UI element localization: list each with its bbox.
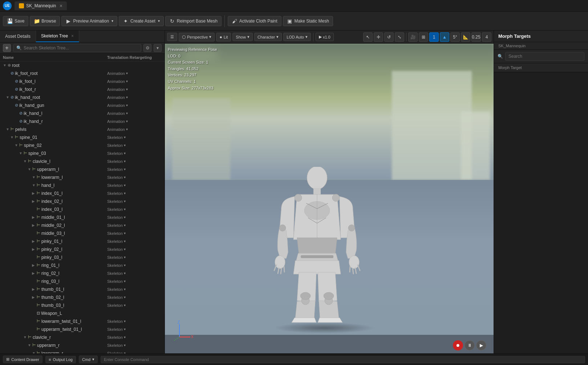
retarget-cell[interactable]: Skeleton ▾ bbox=[107, 295, 162, 300]
add-bone-button[interactable]: + bbox=[3, 44, 11, 52]
retarget-cell[interactable]: Animation ▾ bbox=[107, 119, 162, 124]
retarget-dropdown-icon[interactable]: ▾ bbox=[126, 87, 128, 91]
retarget-dropdown-icon[interactable]: ▾ bbox=[124, 279, 126, 283]
render-mode-button[interactable]: 4 bbox=[482, 32, 491, 42]
pause-button[interactable]: ⏸ bbox=[465, 340, 475, 350]
tree-item[interactable]: ▶⊢ring_02_lSkeleton ▾ bbox=[0, 269, 165, 277]
content-drawer-button[interactable]: ⊞ Content Drawer bbox=[3, 356, 42, 363]
retarget-cell[interactable]: Animation ▾ bbox=[107, 103, 162, 108]
retarget-dropdown-icon[interactable]: ▾ bbox=[124, 271, 126, 275]
tree-item[interactable]: ▼⊢upperarm_lSkeleton ▾ bbox=[0, 165, 165, 173]
grid-button[interactable]: ⊞ bbox=[419, 32, 428, 42]
retarget-cell[interactable]: Skeleton ▾ bbox=[107, 151, 162, 156]
snap-value-button[interactable]: 5° bbox=[450, 32, 460, 42]
file-tab[interactable]: SK_Mannequin × bbox=[15, 1, 67, 10]
skeleton-tree[interactable]: ▼⊕root⊘ik_foot_rootAnimation ▾⊘ik_foot_l… bbox=[0, 61, 165, 353]
activate-cloth-paint-button[interactable]: 🖌 Activate Cloth Paint bbox=[228, 16, 281, 26]
retarget-cell[interactable]: Skeleton ▾ bbox=[107, 199, 162, 204]
retarget-dropdown-icon[interactable]: ▾ bbox=[124, 183, 126, 187]
retarget-cell[interactable]: Skeleton ▾ bbox=[107, 215, 162, 220]
retarget-dropdown-icon[interactable]: ▾ bbox=[124, 167, 126, 171]
tree-item[interactable]: ⊢upperarm_twist_01_lSkeleton ▾ bbox=[0, 325, 165, 333]
retarget-cell[interactable]: Skeleton ▾ bbox=[107, 143, 162, 148]
perspective-button[interactable]: ⬡ Perspective ▾ bbox=[179, 33, 215, 41]
retarget-dropdown-icon[interactable]: ▾ bbox=[126, 79, 128, 83]
snap-button[interactable]: ▲ bbox=[440, 32, 449, 42]
retarget-dropdown-icon[interactable]: ▾ bbox=[124, 199, 126, 203]
tree-item[interactable]: ▼⊢clavicle_lSkeleton ▾ bbox=[0, 157, 165, 165]
tree-item[interactable]: ▼⊢pelvisAnimation ▾ bbox=[0, 125, 165, 133]
tree-item[interactable]: ▶⊢ring_01_lSkeleton ▾ bbox=[0, 261, 165, 269]
camera-speed-button[interactable]: 🎥 bbox=[408, 32, 418, 42]
tree-item[interactable]: ▼⊢clavicle_rSkeleton ▾ bbox=[0, 333, 165, 341]
retarget-cell[interactable]: Animation ▾ bbox=[107, 71, 162, 76]
retarget-dropdown-icon[interactable]: ▾ bbox=[124, 295, 126, 299]
retarget-cell[interactable]: Skeleton ▾ bbox=[107, 303, 162, 308]
retarget-dropdown-icon[interactable]: ▾ bbox=[124, 231, 126, 235]
retarget-cell[interactable]: Animation ▾ bbox=[107, 127, 162, 132]
tree-item[interactable]: ▼⊘ik_hand_rootAnimation ▾ bbox=[0, 93, 165, 101]
tab-skeleton-tree[interactable]: Skeleton Tree × bbox=[36, 31, 79, 42]
retarget-dropdown-icon[interactable]: ▾ bbox=[124, 191, 126, 195]
tree-item[interactable]: ⊘ik_hand_lAnimation ▾ bbox=[0, 109, 165, 117]
tree-item[interactable]: ▶⊢thumb_01_lSkeleton ▾ bbox=[0, 285, 165, 293]
retarget-cell[interactable]: Skeleton ▾ bbox=[107, 167, 162, 172]
retarget-dropdown-icon[interactable]: ▾ bbox=[126, 111, 128, 115]
retarget-dropdown-icon[interactable]: ▾ bbox=[124, 319, 126, 323]
tree-item[interactable]: ▼⊢spine_03Skeleton ▾ bbox=[0, 149, 165, 157]
retarget-dropdown-icon[interactable]: ▾ bbox=[124, 143, 126, 147]
retarget-dropdown-icon[interactable]: ▾ bbox=[126, 127, 128, 131]
retarget-dropdown-icon[interactable]: ▾ bbox=[124, 175, 126, 179]
retarget-dropdown-icon[interactable]: ▾ bbox=[124, 159, 126, 163]
retarget-cell[interactable]: Animation ▾ bbox=[107, 95, 162, 100]
tree-item[interactable]: ▶⊢pinky_02_lSkeleton ▾ bbox=[0, 245, 165, 253]
tree-item[interactable]: ⊘ik_foot_lAnimation ▾ bbox=[0, 77, 165, 85]
select-tool-button[interactable]: ↖ bbox=[363, 32, 373, 42]
retarget-dropdown-icon[interactable]: ▾ bbox=[124, 287, 126, 291]
tab-asset-details[interactable]: Asset Details bbox=[0, 31, 36, 42]
tree-item[interactable]: ⊡Weapon_L bbox=[0, 309, 165, 317]
retarget-cell[interactable]: Skeleton ▾ bbox=[107, 351, 162, 354]
tree-item[interactable]: ▼⊢spine_01Skeleton ▾ bbox=[0, 133, 165, 141]
retarget-dropdown-icon[interactable]: ▾ bbox=[124, 335, 126, 339]
tree-item[interactable]: ▼⊢hand_lSkeleton ▾ bbox=[0, 181, 165, 189]
tree-item[interactable]: ⊘ik_hand_gunAnimation ▾ bbox=[0, 101, 165, 109]
record-button[interactable]: ⏺ bbox=[453, 340, 463, 350]
translate-tool-button[interactable]: ✛ bbox=[374, 32, 383, 42]
retarget-cell[interactable]: Skeleton ▾ bbox=[107, 191, 162, 196]
retarget-dropdown-icon[interactable]: ▾ bbox=[124, 151, 126, 155]
retarget-dropdown-icon[interactable]: ▾ bbox=[124, 327, 126, 331]
retarget-cell[interactable]: Animation ▾ bbox=[107, 79, 162, 84]
retarget-dropdown-icon[interactable]: ▾ bbox=[124, 215, 126, 219]
tree-item[interactable]: ⊘ik_hand_rAnimation ▾ bbox=[0, 117, 165, 125]
retarget-cell[interactable]: Skeleton ▾ bbox=[107, 343, 162, 348]
browse-button[interactable]: 📁 Browse bbox=[30, 16, 60, 26]
tree-item[interactable]: ▼⊢spine_02Skeleton ▾ bbox=[0, 141, 165, 149]
tree-filter-button[interactable]: ▾ bbox=[154, 44, 162, 52]
retarget-cell[interactable]: Skeleton ▾ bbox=[107, 279, 162, 284]
skeleton-tree-close-icon[interactable]: × bbox=[71, 33, 74, 39]
retarget-dropdown-icon[interactable]: ▾ bbox=[126, 119, 128, 123]
console-input[interactable] bbox=[101, 356, 585, 363]
tree-item[interactable]: ⊘ik_foot_rAnimation ▾ bbox=[0, 85, 165, 93]
tree-item[interactable]: ▼⊢upperarm_rSkeleton ▾ bbox=[0, 341, 165, 349]
retarget-cell[interactable]: Skeleton ▾ bbox=[107, 207, 162, 212]
retarget-cell[interactable]: Skeleton ▾ bbox=[107, 327, 162, 332]
retarget-cell[interactable]: Animation ▾ bbox=[107, 111, 162, 116]
scale-tool-button[interactable]: ⤡ bbox=[395, 32, 404, 42]
retarget-dropdown-icon[interactable]: ▾ bbox=[124, 135, 126, 139]
retarget-cell[interactable]: Skeleton ▾ bbox=[107, 159, 162, 164]
show-button[interactable]: Show ▾ bbox=[232, 33, 253, 41]
retarget-cell[interactable]: Skeleton ▾ bbox=[107, 287, 162, 292]
tree-item[interactable]: ⊢ring_03_lSkeleton ▾ bbox=[0, 277, 165, 285]
tree-item[interactable]: ⊢pinky_03_lSkeleton ▾ bbox=[0, 253, 165, 261]
tree-item[interactable]: ▼⊢lowerarm_rSkeleton ▾ bbox=[0, 349, 165, 353]
tree-item[interactable]: ▼⊕root bbox=[0, 61, 165, 69]
tree-item[interactable]: ⊢index_03_lSkeleton ▾ bbox=[0, 205, 165, 213]
output-log-button[interactable]: ≡ Output Log bbox=[45, 356, 76, 363]
tree-item[interactable]: ▶⊢thumb_02_lSkeleton ▾ bbox=[0, 293, 165, 301]
retarget-cell[interactable]: Skeleton ▾ bbox=[107, 231, 162, 236]
retarget-cell[interactable]: Skeleton ▾ bbox=[107, 263, 162, 268]
tree-item[interactable]: ⊘ik_foot_rootAnimation ▾ bbox=[0, 69, 165, 77]
tree-item[interactable]: ⊢middle_03_lSkeleton ▾ bbox=[0, 229, 165, 237]
